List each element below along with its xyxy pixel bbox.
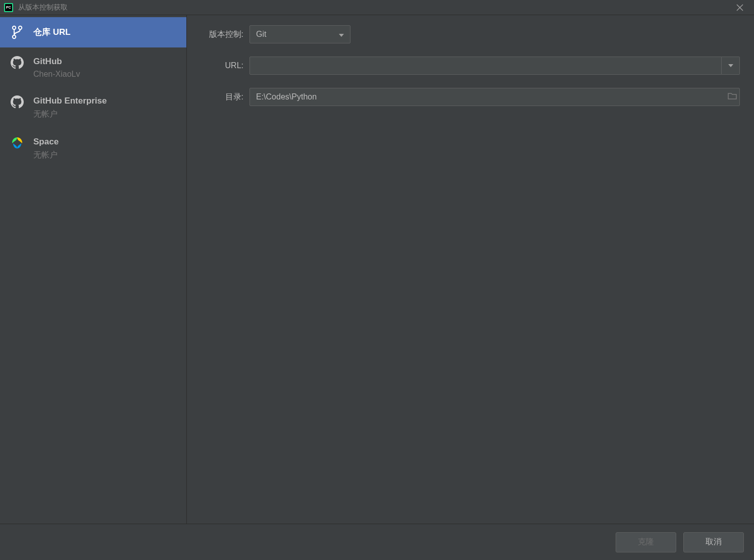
url-row: URL: bbox=[201, 57, 740, 75]
vcs-select[interactable]: Git bbox=[249, 25, 350, 43]
sidebar-item-label: 仓库 URL bbox=[33, 26, 71, 38]
sidebar-item-repo-url[interactable]: 仓库 URL bbox=[0, 17, 186, 47]
url-label: URL: bbox=[201, 61, 249, 70]
url-input[interactable] bbox=[249, 57, 722, 75]
sidebar-item-label: GitHub bbox=[33, 57, 80, 67]
space-icon bbox=[10, 136, 24, 150]
clone-button[interactable]: 克隆 bbox=[616, 532, 676, 552]
app-icon: PC bbox=[4, 3, 13, 12]
vcs-label: 版本控制: bbox=[201, 29, 249, 40]
directory-input[interactable] bbox=[249, 88, 740, 106]
svg-point-6 bbox=[19, 26, 22, 29]
sidebar-item-sub: 无帐户 bbox=[33, 109, 107, 120]
github-icon bbox=[10, 56, 24, 70]
vcs-value: Git bbox=[256, 30, 339, 39]
folder-icon bbox=[728, 92, 737, 99]
directory-label: 目录: bbox=[201, 92, 249, 103]
close-button[interactable] bbox=[730, 0, 750, 15]
sidebar-item-space[interactable]: Space 无帐户 bbox=[0, 128, 186, 169]
titlebar: PC 从版本控制获取 bbox=[0, 0, 754, 15]
chevron-down-icon bbox=[728, 64, 733, 67]
vcs-row: 版本控制: Git bbox=[201, 25, 740, 43]
sidebar-item-label: GitHub Enterprise bbox=[33, 96, 107, 106]
content-panel: 版本控制: Git URL: 目录: bbox=[187, 15, 754, 524]
window-title: 从版本控制获取 bbox=[18, 3, 730, 12]
sidebar-item-sub: Chen-XiaoLv bbox=[33, 70, 80, 79]
chevron-down-icon bbox=[339, 30, 344, 39]
cancel-button[interactable]: 取消 bbox=[683, 532, 744, 552]
browse-button[interactable] bbox=[728, 92, 737, 101]
close-icon bbox=[736, 4, 743, 11]
directory-row: 目录: bbox=[201, 88, 740, 106]
branch-icon bbox=[10, 25, 24, 39]
sidebar-item-sub: 无帐户 bbox=[33, 150, 59, 161]
main-area: 仓库 URL GitHub Chen-XiaoLv GitHub Enterpr bbox=[0, 15, 754, 524]
sidebar-item-label: Space bbox=[33, 137, 59, 147]
sidebar-item-github[interactable]: GitHub Chen-XiaoLv bbox=[0, 47, 186, 87]
sidebar: 仓库 URL GitHub Chen-XiaoLv GitHub Enterpr bbox=[0, 15, 187, 524]
clone-button-label: 克隆 bbox=[638, 537, 654, 547]
footer: 克隆 取消 bbox=[0, 524, 754, 560]
cancel-button-label: 取消 bbox=[706, 537, 722, 547]
svg-point-7 bbox=[13, 35, 16, 38]
url-dropdown-button[interactable] bbox=[722, 57, 740, 75]
sidebar-item-github-enterprise[interactable]: GitHub Enterprise 无帐户 bbox=[0, 87, 186, 128]
svg-point-5 bbox=[13, 26, 16, 29]
svg-text:PC: PC bbox=[6, 6, 11, 9]
github-icon bbox=[10, 95, 24, 109]
